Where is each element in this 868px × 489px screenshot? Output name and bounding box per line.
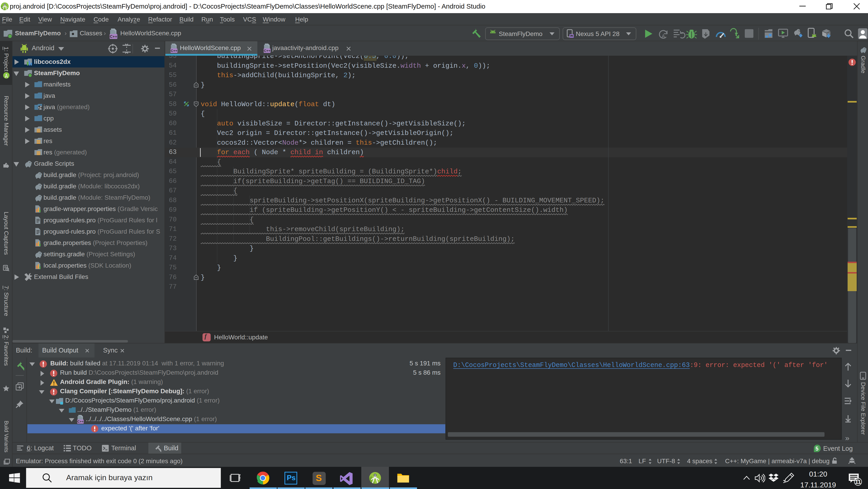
- svg-text:C++: C++: [171, 49, 177, 53]
- svg-text:C++: C++: [110, 34, 117, 39]
- svg-text:C++: C++: [264, 49, 271, 53]
- svg-text:SteamFlyDemo: SteamFlyDemo: [499, 30, 542, 37]
- svg-text:11: 11: [855, 479, 861, 485]
- svg-text:C++: C++: [78, 420, 84, 423]
- svg-text:A: A: [662, 33, 665, 39]
- svg-text:Nexus 5 API 28: Nexus 5 API 28: [576, 30, 620, 37]
